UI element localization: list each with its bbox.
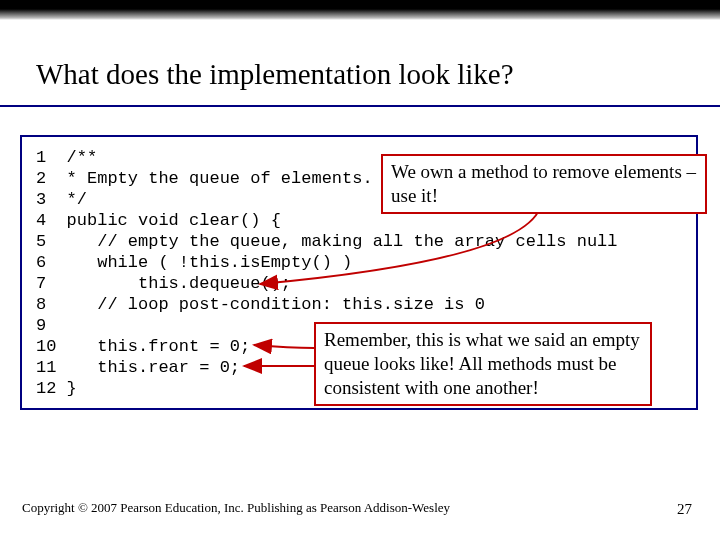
code-line: 5 // empty the queue, making all the arr… <box>36 231 682 252</box>
slide-top-gradient <box>0 0 720 20</box>
slide-title: What does the implementation look like? <box>36 58 514 91</box>
callout-bottom: Remember, this is what we said an empty … <box>314 322 652 406</box>
callout-top: We own a method to remove elements – use… <box>381 154 707 214</box>
code-line: 6 while ( !this.isEmpty() ) <box>36 252 682 273</box>
title-underline <box>0 105 720 107</box>
copyright-footer: Copyright © 2007 Pearson Education, Inc.… <box>22 500 450 516</box>
code-line: 7 this.dequeue(); <box>36 273 682 294</box>
page-number: 27 <box>677 501 692 518</box>
code-line: 8 // loop post-condition: this.size is 0 <box>36 294 682 315</box>
